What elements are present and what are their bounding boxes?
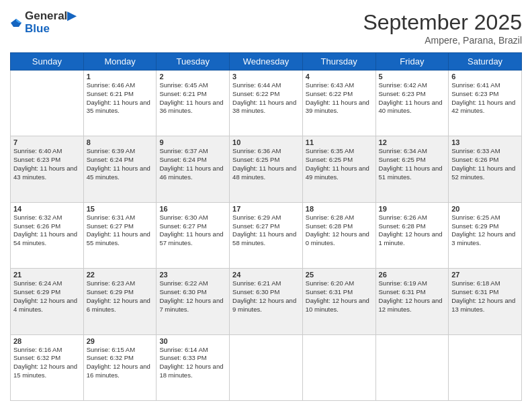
calendar-cell: 25Sunrise: 6:20 AMSunset: 6:31 PMDayligh… xyxy=(302,269,375,334)
header: General▶ Blue September 2025 Ampere, Par… xyxy=(10,10,522,46)
cell-content: Sunrise: 6:33 AMSunset: 6:26 PMDaylight:… xyxy=(451,147,519,181)
day-number: 13 xyxy=(451,138,519,146)
cell-content: Sunrise: 6:42 AMSunset: 6:23 PMDaylight:… xyxy=(379,81,446,116)
calendar-cell: 28Sunrise: 6:16 AMSunset: 6:32 PMDayligh… xyxy=(11,334,84,400)
cell-content: Sunrise: 6:34 AMSunset: 6:25 PMDaylight:… xyxy=(379,147,446,181)
calendar-cell: 15Sunrise: 6:31 AMSunset: 6:27 PMDayligh… xyxy=(83,202,157,268)
cell-content: Sunrise: 6:23 AMSunset: 6:29 PMDaylight:… xyxy=(87,279,154,314)
day-number: 17 xyxy=(232,205,300,213)
cell-content: Sunrise: 6:32 AMSunset: 6:26 PMDaylight:… xyxy=(13,214,81,248)
cell-content: Sunrise: 6:16 AMSunset: 6:32 PMDaylight:… xyxy=(13,346,81,380)
calendar-cell: 29Sunrise: 6:15 AMSunset: 6:32 PMDayligh… xyxy=(83,334,157,400)
day-number: 22 xyxy=(87,271,154,279)
day-number: 24 xyxy=(232,271,300,279)
col-header-wednesday: Wednesday xyxy=(230,53,303,71)
calendar-cell: 24Sunrise: 6:21 AMSunset: 6:30 PMDayligh… xyxy=(230,269,303,334)
calendar-cell xyxy=(302,334,375,400)
calendar-cell xyxy=(449,334,522,400)
calendar-table: SundayMondayTuesdayWednesdayThursdayFrid… xyxy=(10,52,522,401)
col-header-tuesday: Tuesday xyxy=(157,53,230,71)
calendar-cell xyxy=(375,334,449,400)
calendar-cell: 4Sunrise: 6:43 AMSunset: 6:22 PMDaylight… xyxy=(302,71,375,136)
cell-content: Sunrise: 6:28 AMSunset: 6:28 PMDaylight:… xyxy=(306,214,373,248)
day-number: 21 xyxy=(13,271,81,279)
cell-content: Sunrise: 6:25 AMSunset: 6:29 PMDaylight:… xyxy=(451,214,519,248)
day-number: 29 xyxy=(87,337,154,345)
logo-icon xyxy=(10,18,22,28)
calendar-cell: 27Sunrise: 6:18 AMSunset: 6:31 PMDayligh… xyxy=(449,269,522,334)
cell-content: Sunrise: 6:37 AMSunset: 6:24 PMDaylight:… xyxy=(159,147,226,181)
calendar-row-2: 7Sunrise: 6:40 AMSunset: 6:23 PMDaylight… xyxy=(11,136,522,202)
day-number: 28 xyxy=(13,337,81,345)
calendar-cell: 9Sunrise: 6:37 AMSunset: 6:24 PMDaylight… xyxy=(157,136,230,202)
day-number: 11 xyxy=(306,138,373,146)
cell-content: Sunrise: 6:31 AMSunset: 6:27 PMDaylight:… xyxy=(87,214,154,248)
day-number: 14 xyxy=(13,205,81,213)
cell-content: Sunrise: 6:18 AMSunset: 6:31 PMDaylight:… xyxy=(451,279,519,314)
day-number: 27 xyxy=(451,271,519,279)
day-number: 30 xyxy=(159,337,226,345)
cell-content: Sunrise: 6:24 AMSunset: 6:29 PMDaylight:… xyxy=(13,279,81,314)
calendar-cell: 23Sunrise: 6:22 AMSunset: 6:30 PMDayligh… xyxy=(157,269,230,334)
calendar-cell: 16Sunrise: 6:30 AMSunset: 6:27 PMDayligh… xyxy=(157,202,230,268)
calendar-cell: 26Sunrise: 6:19 AMSunset: 6:31 PMDayligh… xyxy=(375,269,449,334)
title-section: September 2025 Ampere, Parana, Brazil xyxy=(363,10,522,46)
header-row: SundayMondayTuesdayWednesdayThursdayFrid… xyxy=(11,53,522,71)
day-number: 16 xyxy=(159,205,226,213)
cell-content: Sunrise: 6:41 AMSunset: 6:23 PMDaylight:… xyxy=(451,81,519,116)
cell-content: Sunrise: 6:40 AMSunset: 6:23 PMDaylight:… xyxy=(13,147,81,181)
calendar-cell: 30Sunrise: 6:14 AMSunset: 6:33 PMDayligh… xyxy=(157,334,230,400)
calendar-cell xyxy=(230,334,303,400)
month-title: September 2025 xyxy=(363,10,522,35)
col-header-thursday: Thursday xyxy=(302,53,375,71)
day-number: 23 xyxy=(159,271,226,279)
calendar-cell: 8Sunrise: 6:39 AMSunset: 6:24 PMDaylight… xyxy=(83,136,157,202)
col-header-sunday: Sunday xyxy=(11,53,84,71)
calendar-cell: 11Sunrise: 6:35 AMSunset: 6:25 PMDayligh… xyxy=(302,136,375,202)
day-number: 9 xyxy=(159,138,226,146)
cell-content: Sunrise: 6:21 AMSunset: 6:30 PMDaylight:… xyxy=(232,279,300,314)
cell-content: Sunrise: 6:14 AMSunset: 6:33 PMDaylight:… xyxy=(159,346,226,380)
cell-content: Sunrise: 6:35 AMSunset: 6:25 PMDaylight:… xyxy=(306,147,373,181)
calendar-cell: 17Sunrise: 6:29 AMSunset: 6:27 PMDayligh… xyxy=(230,202,303,268)
day-number: 6 xyxy=(451,73,519,81)
col-header-friday: Friday xyxy=(375,53,449,71)
day-number: 26 xyxy=(379,271,446,279)
day-number: 3 xyxy=(232,73,300,81)
calendar-cell: 10Sunrise: 6:36 AMSunset: 6:25 PMDayligh… xyxy=(230,136,303,202)
cell-content: Sunrise: 6:44 AMSunset: 6:22 PMDaylight:… xyxy=(232,81,300,116)
cell-content: Sunrise: 6:26 AMSunset: 6:28 PMDaylight:… xyxy=(379,214,446,248)
day-number: 1 xyxy=(87,73,154,81)
calendar-cell xyxy=(11,71,84,136)
cell-content: Sunrise: 6:20 AMSunset: 6:31 PMDaylight:… xyxy=(306,279,373,314)
day-number: 5 xyxy=(379,73,446,81)
day-number: 19 xyxy=(379,205,446,213)
day-number: 8 xyxy=(87,138,154,146)
calendar-cell: 21Sunrise: 6:24 AMSunset: 6:29 PMDayligh… xyxy=(11,269,84,334)
col-header-saturday: Saturday xyxy=(449,53,522,71)
calendar-row-1: 1Sunrise: 6:46 AMSunset: 6:21 PMDaylight… xyxy=(11,71,522,136)
cell-content: Sunrise: 6:45 AMSunset: 6:21 PMDaylight:… xyxy=(159,81,226,116)
calendar-cell: 12Sunrise: 6:34 AMSunset: 6:25 PMDayligh… xyxy=(375,136,449,202)
cell-content: Sunrise: 6:46 AMSunset: 6:21 PMDaylight:… xyxy=(87,81,154,116)
col-header-monday: Monday xyxy=(83,53,157,71)
day-number: 7 xyxy=(13,138,81,146)
day-number: 18 xyxy=(306,205,373,213)
cell-content: Sunrise: 6:36 AMSunset: 6:25 PMDaylight:… xyxy=(232,147,300,181)
cell-content: Sunrise: 6:15 AMSunset: 6:32 PMDaylight:… xyxy=(87,346,154,380)
calendar-cell: 2Sunrise: 6:45 AMSunset: 6:21 PMDaylight… xyxy=(157,71,230,136)
calendar-cell: 14Sunrise: 6:32 AMSunset: 6:26 PMDayligh… xyxy=(11,202,84,268)
calendar-cell: 18Sunrise: 6:28 AMSunset: 6:28 PMDayligh… xyxy=(302,202,375,268)
subtitle: Ampere, Parana, Brazil xyxy=(363,35,522,46)
calendar-row-3: 14Sunrise: 6:32 AMSunset: 6:26 PMDayligh… xyxy=(11,202,522,268)
day-number: 15 xyxy=(87,205,154,213)
calendar-cell: 20Sunrise: 6:25 AMSunset: 6:29 PMDayligh… xyxy=(449,202,522,268)
cell-content: Sunrise: 6:19 AMSunset: 6:31 PMDaylight:… xyxy=(379,279,446,314)
logo-line1: General▶ xyxy=(25,10,76,23)
cell-content: Sunrise: 6:43 AMSunset: 6:22 PMDaylight:… xyxy=(306,81,373,116)
calendar-row-4: 21Sunrise: 6:24 AMSunset: 6:29 PMDayligh… xyxy=(11,269,522,334)
day-number: 4 xyxy=(306,73,373,81)
page: General▶ Blue September 2025 Ampere, Par… xyxy=(0,0,532,411)
day-number: 20 xyxy=(451,205,519,213)
calendar-cell: 3Sunrise: 6:44 AMSunset: 6:22 PMDaylight… xyxy=(230,71,303,136)
